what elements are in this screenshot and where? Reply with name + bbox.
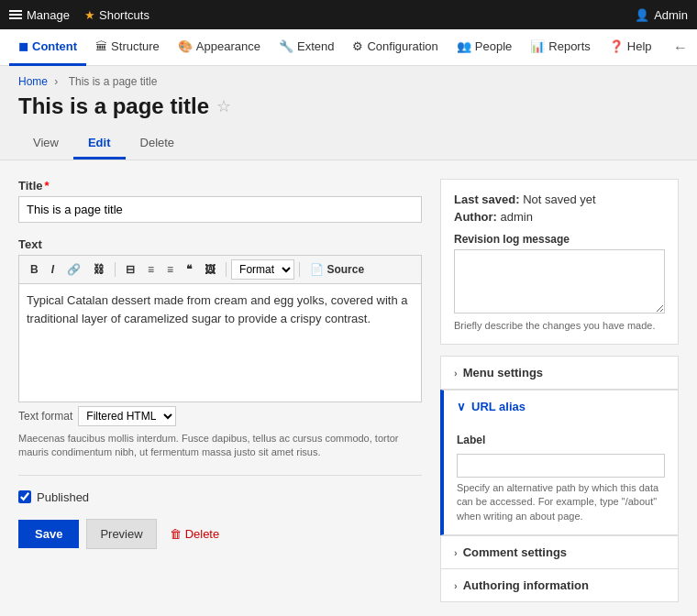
editor-toolbar: B I 🔗 ⛓ ⊟ ≡ ≡ ❝ 🖼 Format 📄 Source xyxy=(18,255,422,283)
nav-reports[interactable]: 📊 Reports xyxy=(521,29,600,66)
blockquote-button[interactable]: ⊟ xyxy=(120,260,140,279)
main-content: Title* Text B I 🔗 ⛓ ⊟ ≡ ≡ ❝ 🖼 Format xyxy=(0,160,697,616)
bold-button[interactable]: B xyxy=(25,260,44,279)
user-icon: 👤 xyxy=(635,8,649,22)
save-button[interactable]: Save xyxy=(18,520,79,548)
sep2 xyxy=(226,262,227,277)
editor-body[interactable]: Typical Catalan dessert made from cream … xyxy=(18,283,422,402)
favorite-icon[interactable]: ☆ xyxy=(216,96,231,116)
title-group: Title* xyxy=(18,179,422,223)
preview-button[interactable]: Preview xyxy=(86,519,156,549)
admin-user[interactable]: 👤 Admin xyxy=(635,8,688,22)
hamburger-icon[interactable] xyxy=(9,10,22,19)
page-title-row: This is a page title ☆ xyxy=(18,94,679,119)
revision-textarea[interactable] xyxy=(454,249,665,314)
link-button[interactable]: 🔗 xyxy=(61,260,86,279)
nav-content[interactable]: ◼ Content xyxy=(9,29,86,66)
nav-configuration[interactable]: ⚙ Configuration xyxy=(343,29,447,66)
published-row: Published xyxy=(18,490,422,504)
quote-button[interactable]: ❝ xyxy=(181,260,197,279)
format-select[interactable]: Format xyxy=(231,259,294,280)
chevron-down-icon: ∨ xyxy=(457,400,466,413)
text-label: Text xyxy=(18,237,422,251)
configuration-icon: ⚙ xyxy=(352,39,363,53)
author-value: admin xyxy=(501,210,533,224)
nav-appearance[interactable]: 🎨 Appearance xyxy=(169,29,270,66)
chevron-right-icon-2: › xyxy=(454,547,458,558)
text-format-select[interactable]: Filtered HTML xyxy=(78,406,176,426)
nav-bar: ◼ Content 🏛 Structure 🎨 Appearance 🔧 Ext… xyxy=(0,29,697,66)
nav-configuration-label: Configuration xyxy=(367,39,437,53)
breadcrumb-separator: › xyxy=(54,75,58,88)
image-button[interactable]: 🖼 xyxy=(199,260,221,279)
menu-settings-header[interactable]: › Menu settings xyxy=(441,357,678,389)
url-alias-body: Label Specify an alternative path by whi… xyxy=(444,423,678,534)
tab-view[interactable]: View xyxy=(18,128,73,160)
nav-help[interactable]: ❓ Help xyxy=(600,29,661,66)
authoring-label: Authoring information xyxy=(463,578,589,592)
page-header: Home › This is a page title This is a pa… xyxy=(0,66,697,160)
action-buttons: Save Preview 🗑 Delete xyxy=(18,519,422,549)
breadcrumb: Home › This is a page title xyxy=(18,75,679,88)
nav-structure[interactable]: 🏛 Structure xyxy=(86,29,169,66)
source-button[interactable]: 📄 Source xyxy=(304,260,370,279)
admin-bar: Manage ★ Shortcuts 👤 Admin xyxy=(0,0,697,29)
url-alias-section: ∨ URL alias Label Specify an alternative… xyxy=(440,390,679,535)
reports-icon: 📊 xyxy=(530,39,545,53)
shortcuts-label: Shortcuts xyxy=(99,8,149,22)
published-checkbox[interactable] xyxy=(18,490,31,503)
nav-appearance-label: Appearance xyxy=(196,39,260,53)
help-icon: ❓ xyxy=(609,39,624,53)
extend-icon: 🔧 xyxy=(279,39,293,53)
structure-icon: 🏛 xyxy=(95,39,107,53)
unlink-button[interactable]: ⛓ xyxy=(88,260,110,279)
comment-settings-label: Comment settings xyxy=(463,545,567,559)
delete-button[interactable]: 🗑 Delete xyxy=(164,527,226,541)
last-saved-value: Not saved yet xyxy=(523,192,596,206)
admin-bar-left: Manage ★ Shortcuts xyxy=(9,8,149,22)
nav-reports-label: Reports xyxy=(548,39,591,53)
ol-button[interactable]: ≡ xyxy=(161,260,179,279)
chevron-right-icon-3: › xyxy=(454,580,458,591)
text-editor-group: Text B I 🔗 ⛓ ⊟ ≡ ≡ ❝ 🖼 Format 📄 So xyxy=(18,237,422,460)
right-panel: Last saved: Not saved yet Author: admin … xyxy=(440,179,679,602)
page-title: This is a page title xyxy=(18,94,209,119)
manage-label: Manage xyxy=(27,8,70,22)
ul-button[interactable]: ≡ xyxy=(142,260,160,279)
tab-edit[interactable]: Edit xyxy=(73,128,126,160)
editor-help-text: Maecenas faucibus mollis interdum. Fusce… xyxy=(18,432,422,460)
title-input[interactable] xyxy=(18,196,422,223)
italic-button[interactable]: I xyxy=(46,260,60,279)
save-info-card: Last saved: Not saved yet Author: admin … xyxy=(440,179,679,345)
text-format-row: Text format Filtered HTML xyxy=(18,406,422,426)
chevron-right-icon: › xyxy=(454,368,458,379)
url-label-input[interactable] xyxy=(457,454,665,478)
nav-extend-label: Extend xyxy=(297,39,334,53)
tab-delete[interactable]: Delete xyxy=(126,128,190,160)
authoring-header[interactable]: › Authoring information xyxy=(441,569,678,601)
appearance-icon: 🎨 xyxy=(178,39,193,53)
breadcrumb-home[interactable]: Home xyxy=(18,75,48,88)
delete-icon: 🗑 xyxy=(170,527,182,541)
nav-toggle[interactable]: ← xyxy=(673,39,688,56)
source-icon: 📄 xyxy=(310,263,324,276)
left-panel: Title* Text B I 🔗 ⛓ ⊟ ≡ ≡ ❝ 🖼 Format xyxy=(18,179,422,602)
menu-settings-section: › Menu settings xyxy=(440,356,679,390)
nav-help-label: Help xyxy=(627,39,652,53)
revision-label: Revision log message xyxy=(454,233,665,246)
nav-structure-label: Structure xyxy=(111,39,160,53)
shortcuts-menu[interactable]: ★ Shortcuts xyxy=(84,8,149,22)
authoring-section: › Authoring information xyxy=(440,569,679,602)
nav-people-label: People xyxy=(475,39,512,53)
content-icon: ◼ xyxy=(18,39,28,53)
text-format-label: Text format xyxy=(18,410,72,423)
manage-menu[interactable]: Manage xyxy=(9,8,70,22)
published-label: Published xyxy=(37,490,89,504)
comment-settings-header[interactable]: › Comment settings xyxy=(441,536,678,568)
nav-people[interactable]: 👥 People xyxy=(448,29,521,66)
nav-extend[interactable]: 🔧 Extend xyxy=(270,29,343,66)
url-alias-header[interactable]: ∨ URL alias xyxy=(444,390,678,423)
revision-help: Briefly describe the changes you have ma… xyxy=(454,320,665,331)
title-label: Title* xyxy=(18,179,422,192)
people-icon: 👥 xyxy=(457,39,471,53)
